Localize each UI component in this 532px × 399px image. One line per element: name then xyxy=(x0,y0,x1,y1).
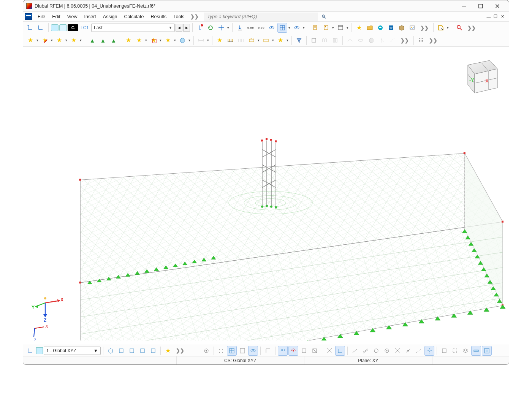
ucs-icon[interactable] xyxy=(263,346,273,356)
dropdown-icon[interactable]: ▾ xyxy=(331,26,335,30)
edit-move[interactable] xyxy=(309,35,319,45)
snap-perp[interactable] xyxy=(335,346,345,356)
menu-overflow[interactable]: ❯❯ xyxy=(188,14,201,19)
star-frame[interactable]: ★ xyxy=(149,35,158,45)
maximize-button[interactable] xyxy=(472,0,489,12)
gray-3[interactable] xyxy=(377,35,387,45)
tool-load-down[interactable] xyxy=(235,23,245,33)
view-iso[interactable] xyxy=(106,346,116,356)
tool-refresh[interactable] xyxy=(206,23,215,33)
new-member-2[interactable]: ★ xyxy=(54,35,64,45)
workplane-icon[interactable] xyxy=(25,346,35,356)
toolbar1-overflow[interactable]: ❯❯ xyxy=(418,25,431,31)
snap-box[interactable] xyxy=(439,346,449,356)
snap-tan[interactable] xyxy=(393,346,402,356)
tool-doc-2[interactable] xyxy=(321,23,331,33)
prev-case-button[interactable]: ◀ xyxy=(176,24,182,32)
mdi-restore-icon[interactable]: ❐ xyxy=(493,14,498,19)
menu-insert[interactable]: Insert xyxy=(81,13,99,21)
tool-cloud-2[interactable] xyxy=(386,23,396,33)
load-line[interactable] xyxy=(225,35,235,45)
tool-coord-1[interactable] xyxy=(25,23,35,33)
tool-select-poly[interactable] xyxy=(436,23,446,33)
tool-coord-2[interactable] xyxy=(36,23,46,33)
vis-dots[interactable] xyxy=(216,346,226,356)
tool-xxx-1[interactable]: x.xx xyxy=(245,23,255,33)
snap-layers[interactable] xyxy=(461,346,470,356)
snap-mid[interactable] xyxy=(310,346,320,356)
snap-bar[interactable] xyxy=(471,346,481,356)
tool-delete-load[interactable]: ✖ xyxy=(195,23,205,33)
next-case-button[interactable]: ▶ xyxy=(183,24,190,32)
dropdown-icon[interactable]: ▾ xyxy=(64,38,68,42)
vis-eye[interactable] xyxy=(248,346,258,356)
dim-1[interactable] xyxy=(196,35,206,45)
menu-results[interactable]: Results xyxy=(148,13,170,21)
gray-1[interactable] xyxy=(345,35,355,45)
load-case-combo[interactable]: Last ▼ xyxy=(91,24,175,32)
view-x[interactable] xyxy=(116,346,126,356)
tool-open[interactable] xyxy=(365,23,375,33)
tool-cloud-1[interactable] xyxy=(375,23,385,33)
star-solid[interactable]: ★ xyxy=(163,35,173,45)
dropdown-icon[interactable]: ▾ xyxy=(158,38,162,42)
dropdown-icon[interactable]: ▾ xyxy=(79,38,82,42)
view-y[interactable] xyxy=(127,346,137,356)
view-z[interactable] xyxy=(138,346,147,356)
brand-tile-icon[interactable] xyxy=(25,13,32,20)
nav-cube[interactable]: -X -Y xyxy=(456,52,502,98)
dropdown-icon[interactable]: ▾ xyxy=(35,38,39,42)
tool-eye-1[interactable] xyxy=(267,23,277,33)
vis-1[interactable] xyxy=(201,346,211,356)
dropdown-icon[interactable]: ▾ xyxy=(285,38,289,42)
new-curve[interactable]: ★ xyxy=(69,35,79,45)
filter[interactable] xyxy=(294,35,304,45)
support-3[interactable]: ▲ xyxy=(109,35,119,45)
tool-doc-3[interactable] xyxy=(336,23,345,33)
snap-para[interactable] xyxy=(361,346,370,356)
tool-grid-active[interactable] xyxy=(277,23,287,33)
menu-file[interactable]: File xyxy=(35,13,48,21)
tool-xxx-2[interactable]: x.xx xyxy=(256,23,266,33)
bottom-overflow-1[interactable]: ❯❯ xyxy=(174,348,187,353)
snap-obj[interactable] xyxy=(288,346,298,356)
toolbar1-overflow-2[interactable]: ❯❯ xyxy=(465,25,478,31)
gray-cube[interactable] xyxy=(366,35,376,45)
color-swatch-2[interactable] xyxy=(59,24,67,31)
snap-box2[interactable] xyxy=(450,346,460,356)
star-nodes[interactable]: ★ xyxy=(163,346,173,356)
star-set-1[interactable]: ★ xyxy=(124,35,133,45)
snap-guides[interactable] xyxy=(424,346,434,356)
load-star-1[interactable]: ★ xyxy=(215,35,225,45)
menu-edit[interactable]: Edit xyxy=(49,13,63,21)
snap-last[interactable] xyxy=(482,346,492,356)
ws-color-swatch[interactable] xyxy=(36,347,43,354)
new-member[interactable]: ★ xyxy=(40,35,50,45)
gray-2[interactable] xyxy=(356,35,366,45)
search-icon[interactable]: 🔍︎ xyxy=(319,14,329,20)
snap-cen[interactable] xyxy=(382,346,392,356)
snap-end[interactable] xyxy=(299,346,309,356)
snap-int[interactable] xyxy=(325,346,334,356)
snap-grid[interactable] xyxy=(278,346,288,356)
minimize-button[interactable] xyxy=(456,0,472,12)
tool-find[interactable] xyxy=(454,23,464,33)
mdi-close-icon[interactable]: ✕ xyxy=(500,14,505,19)
dropdown-icon[interactable]: ▾ xyxy=(287,26,291,30)
mdi-minimize-icon[interactable]: — xyxy=(486,14,491,19)
close-button[interactable] xyxy=(489,0,506,12)
toolbar2-overflow[interactable]: ❯❯ xyxy=(398,38,411,43)
menu-view[interactable]: View xyxy=(64,13,81,21)
vis-4[interactable] xyxy=(238,346,247,356)
support-1[interactable]: ▲ xyxy=(87,35,97,45)
dropdown-icon[interactable]: ▾ xyxy=(271,38,275,42)
support-2[interactable]: ▲ xyxy=(98,35,108,45)
star-cube[interactable] xyxy=(177,35,187,45)
dropdown-icon[interactable]: ▾ xyxy=(345,26,349,30)
dropdown-icon[interactable]: ▾ xyxy=(206,38,210,42)
load-area[interactable] xyxy=(247,35,256,45)
snap-line[interactable] xyxy=(350,346,360,356)
star-set-2[interactable]: ★ xyxy=(134,35,144,45)
dropdown-icon[interactable]: ▾ xyxy=(226,26,230,30)
dropdown-icon[interactable]: ▾ xyxy=(173,38,177,42)
